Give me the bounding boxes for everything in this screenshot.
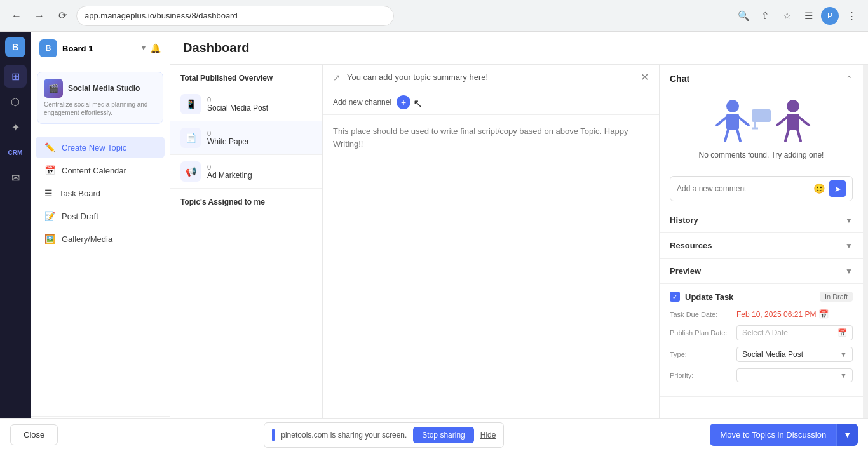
calendar-date-icon[interactable]: 📅 (818, 309, 829, 319)
priority-row: Priority: ▼ (670, 368, 853, 382)
nav-item-label: Gallery/Media (62, 234, 112, 244)
topic-close-button[interactable]: ✕ (641, 71, 649, 83)
nav-item-label: Create New Topic (62, 143, 126, 152)
cursor-pointer-icon: ↖ (413, 97, 423, 111)
browser-share-button[interactable]: ⇧ (756, 7, 774, 25)
svg-line-3 (739, 118, 749, 125)
type-chevron-icon: ▼ (840, 351, 847, 358)
sidebar-icon-analytics[interactable]: ⬡ (4, 90, 27, 113)
bottom-action-bar: Close pinetools.com is sharing your scre… (0, 418, 868, 451)
comment-input-row[interactable]: 🙂 ➤ (670, 176, 853, 201)
svg-line-11 (777, 118, 787, 125)
nav-item-gallery-media[interactable]: 🖼️ Gallery/Media (36, 228, 165, 250)
svg-rect-6 (752, 109, 771, 122)
chat-title: Chat (670, 74, 689, 84)
add-channel-bar: Add new channel + ↖ (323, 90, 659, 115)
history-section: History ▼ (660, 208, 863, 233)
chevron-down-icon[interactable]: ▼ (140, 43, 147, 53)
overview-item-social[interactable]: 📱 0 Social Media Post (170, 88, 322, 121)
browser-bookmark-button[interactable]: ☆ (778, 7, 796, 25)
nav-item-content-calendar[interactable]: 📅 Content Calendar (36, 159, 165, 181)
whitepaper-icon: 📄 (180, 128, 201, 148)
nav-item-create-new-topic[interactable]: ✏️ Create New Topic (36, 137, 165, 158)
svg-point-0 (726, 100, 739, 112)
publish-plan-date-row: Publish Plan Date: Select A Date 📅 (670, 325, 853, 340)
studio-icon: 🎬 (44, 79, 63, 98)
resources-section: Resources ▼ (660, 233, 863, 259)
browser-sidebar-button[interactable]: ☰ (799, 7, 817, 25)
move-to-topics-dropdown-button[interactable]: ▼ (836, 424, 858, 446)
svg-line-4 (725, 130, 728, 141)
expand-icon[interactable]: ↗ (333, 72, 341, 83)
editor-area[interactable]: This place should be used to write final… (323, 115, 659, 426)
screen-share-banner: pinetools.com is sharing your screen. St… (264, 422, 504, 448)
editor-placeholder: This place should be used to write final… (333, 126, 628, 149)
admarketing-name: Ad Marketing (207, 171, 252, 180)
icon-sidebar: B ⊞ ⬡ ✦ CRM ✉ U (0, 32, 31, 451)
nav-item-task-board[interactable]: ☰ Task Board (36, 182, 165, 204)
svg-rect-10 (787, 114, 799, 130)
address-bar[interactable]: app.manageplus.io/business/8/dashboard (76, 6, 394, 26)
type-select[interactable]: Social Media Post ▼ (736, 347, 853, 362)
browser-profile-avatar[interactable]: P (821, 7, 839, 25)
task-checkbox[interactable]: ✓ (670, 292, 680, 302)
close-button[interactable]: Close (10, 424, 58, 445)
priority-chevron-icon: ▼ (840, 372, 847, 379)
gallery-icon: 🖼️ (44, 234, 55, 244)
topic-summary-title: You can add your topic summary here! (347, 72, 634, 82)
move-to-topics-button[interactable]: Move to Topics in Discussion (710, 424, 836, 446)
browser-search-button[interactable]: 🔍 (735, 7, 752, 25)
overview-item-whitepaper[interactable]: 📄 0 White Paper (170, 121, 322, 155)
send-comment-button[interactable]: ➤ (829, 180, 846, 197)
resources-header[interactable]: Resources ▼ (660, 233, 863, 258)
svg-rect-1 (726, 114, 739, 130)
emoji-button[interactable]: 🙂 (813, 183, 825, 194)
move-topics-action: Move to Topics in Discussion ▼ (710, 424, 858, 446)
nav-item-post-draft[interactable]: 📝 Post Draft (36, 205, 165, 227)
browser-menu-button[interactable]: ⋮ (843, 7, 860, 25)
create-topic-icon: ✏️ (44, 142, 55, 152)
add-channel-button[interactable]: + (397, 95, 410, 109)
board-name: Board 1 (62, 44, 135, 53)
sidebar-icon-grid[interactable]: ⊞ (4, 65, 27, 88)
due-date-value-area: Feb 10, 2025 06:21 PM 📅 (736, 309, 853, 319)
overview-item-admarketing[interactable]: 📢 0 Ad Marketing (170, 155, 322, 189)
svg-line-12 (799, 118, 809, 125)
comment-input[interactable] (677, 184, 810, 193)
browser-actions: 🔍 ⇧ ☆ ☰ P ⋮ (735, 7, 860, 25)
calendar-plan-icon: 📅 (837, 328, 847, 337)
svg-line-13 (785, 130, 789, 141)
priority-select[interactable]: ▼ (736, 368, 853, 382)
sidebar-icon-social[interactable]: ✦ (4, 116, 27, 138)
preview-title: Preview (670, 266, 701, 276)
sidebar-icon-crm[interactable]: CRM (4, 141, 27, 164)
history-header[interactable]: History ▼ (660, 208, 863, 232)
svg-line-14 (797, 130, 801, 141)
no-comments-text: No comments found. Try adding one! (660, 151, 863, 170)
browser-refresh-button[interactable]: ⟳ (53, 7, 71, 25)
dashboard-title: Dashboard (183, 41, 249, 55)
chat-section-header: Chat ⌃ (660, 65, 863, 93)
svg-line-2 (717, 118, 726, 125)
browser-forward-button[interactable]: → (31, 7, 48, 25)
chat-collapse-icon[interactable]: ⌃ (846, 74, 853, 84)
browser-back-button[interactable]: ← (8, 7, 25, 25)
bell-icon[interactable]: 🔔 (150, 43, 161, 53)
scrollbar[interactable] (863, 65, 868, 451)
draft-icon: 📝 (44, 211, 55, 221)
app-container: B ⊞ ⬡ ✦ CRM ✉ U B Board 1 ▼ 🔔 🎬 Social M… (0, 32, 868, 451)
type-value: Social Media Post (742, 350, 803, 359)
dashboard-header: Dashboard (170, 32, 868, 65)
left-panel: Total Published Overview 📱 0 Social Medi… (170, 65, 323, 451)
select-date-box[interactable]: Select A Date 📅 (736, 325, 853, 340)
due-date-label: Task Due Date: (670, 311, 736, 318)
preview-header[interactable]: Preview ▼ (660, 259, 863, 283)
hide-button[interactable]: Hide (480, 431, 496, 440)
stop-sharing-button[interactable]: Stop sharing (413, 427, 473, 443)
nav-sidebar: B Board 1 ▼ 🔔 🎬 Social Media Studio Cent… (31, 32, 170, 451)
share-pipe-indicator (272, 429, 275, 441)
chat-illustration (704, 93, 818, 151)
sidebar-icon-mail[interactable]: ✉ (4, 166, 27, 189)
task-due-date-row: Task Due Date: Feb 10, 2025 06:21 PM 📅 (670, 309, 853, 319)
content-split: Total Published Overview 📱 0 Social Medi… (170, 65, 868, 451)
